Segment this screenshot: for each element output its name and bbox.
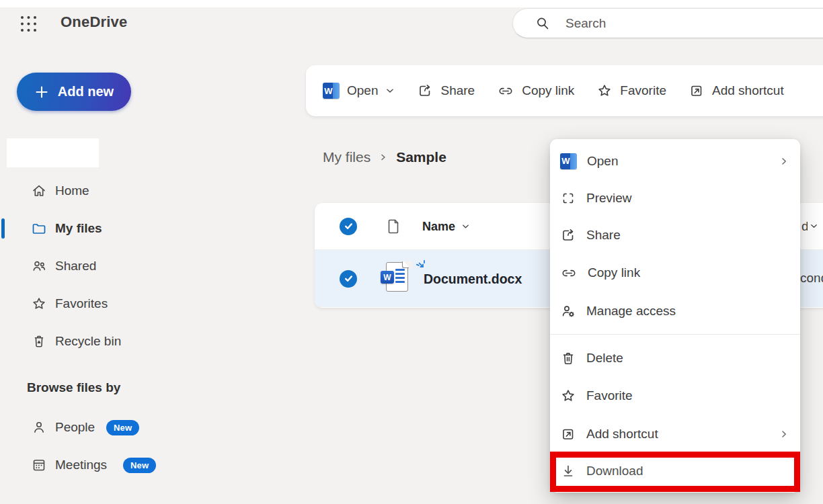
sidebar-nav: Home My files Shared [0, 172, 175, 360]
sidebar-item-favorites[interactable]: Favorites [0, 285, 175, 323]
manage-access-icon [560, 303, 576, 319]
home-icon [31, 183, 47, 199]
word-document-icon: W [381, 262, 409, 296]
copy-link-button[interactable]: Copy link [497, 83, 574, 99]
name-column-header[interactable]: Name [422, 219, 470, 233]
search-icon [535, 15, 551, 32]
add-new-label: Add new [58, 84, 114, 99]
plus-icon [34, 85, 49, 99]
favorite-label: Favorite [620, 83, 666, 98]
chevron-down-icon [461, 222, 470, 230]
sidebar-item-people[interactable]: People New [0, 409, 202, 446]
share-icon [417, 83, 433, 99]
search-placeholder: Search [565, 16, 606, 31]
recently-added-icon [416, 259, 428, 271]
add-shortcut-button[interactable]: Add shortcut [689, 83, 784, 99]
selected-indicator [1, 218, 5, 239]
sidebar-item-label: People [55, 420, 95, 435]
word-icon: W [323, 83, 340, 99]
preview-icon [560, 190, 576, 206]
app-title: OneDrive [61, 13, 127, 31]
breadcrumb-current: Sample [396, 149, 446, 165]
top-strip [0, 0, 823, 7]
sidebar-item-label: Shared [55, 259, 96, 274]
star-icon [596, 83, 613, 99]
favorite-button[interactable]: Favorite [596, 83, 666, 99]
chevron-down-icon [385, 86, 395, 95]
breadcrumb: My files Sample [323, 149, 446, 165]
redacted-user-label [7, 138, 99, 167]
link-icon [560, 265, 578, 281]
breadcrumb-my-files[interactable]: My files [323, 149, 370, 165]
menu-item-copy-link[interactable]: Copy link [550, 253, 800, 292]
menu-item-delete[interactable]: Delete [550, 339, 800, 377]
folder-icon [31, 220, 47, 237]
menu-item-open[interactable]: W Open [550, 142, 800, 179]
download-icon [560, 463, 576, 479]
waffle-icon [19, 15, 38, 33]
menu-item-share[interactable]: Share [550, 216, 800, 253]
add-shortcut-label: Add shortcut [712, 83, 784, 98]
new-badge: New [106, 420, 139, 435]
chevron-right-icon [779, 429, 789, 439]
clipped-column-header-text: d [801, 219, 808, 234]
add-shortcut-icon [689, 83, 705, 99]
document-column-icon [385, 218, 401, 235]
sidebar-item-label: My files [55, 221, 102, 236]
browse-files-by-list: People New Meetings New [0, 409, 202, 484]
menu-item-download[interactable]: Download [550, 457, 800, 485]
context-menu: W Open Preview Share [550, 139, 800, 493]
sidebar-item-label: Home [55, 183, 89, 198]
chevron-right-icon [779, 156, 789, 167]
menu-item-add-shortcut[interactable]: Add shortcut [550, 415, 800, 453]
star-icon [31, 296, 47, 312]
share-label: Share [440, 83, 475, 98]
recycle-bin-icon [31, 333, 47, 349]
file-name[interactable]: Document.docx [424, 271, 522, 286]
menu-item-favorite[interactable]: Favorite [550, 377, 800, 415]
select-all-checkbox[interactable] [340, 218, 357, 235]
sidebar-item-recycle-bin[interactable]: Recycle bin [0, 323, 175, 360]
word-icon: W [560, 153, 577, 169]
people-icon [31, 258, 47, 274]
menu-item-manage-access[interactable]: Manage access [550, 292, 800, 330]
browse-files-by-heading: Browse files by [27, 380, 120, 395]
share-icon [560, 227, 576, 243]
sidebar-item-label: Meetings [55, 458, 107, 472]
menu-divider [550, 334, 800, 335]
chevron-right-icon [379, 152, 388, 163]
name-column-label: Name [422, 219, 455, 233]
share-button[interactable]: Share [417, 83, 475, 99]
sidebar-item-shared[interactable]: Shared [0, 247, 175, 285]
copy-link-label: Copy link [522, 83, 574, 98]
calendar-icon [31, 457, 47, 473]
open-label: Open [347, 83, 378, 98]
onedrive-app: OneDrive Search Add new Home [0, 0, 823, 504]
sidebar-item-label: Recycle bin [55, 334, 121, 349]
app-launcher-button[interactable] [13, 9, 43, 38]
row-checkbox[interactable] [340, 270, 357, 288]
delete-icon [560, 350, 576, 366]
search-input[interactable]: Search [512, 8, 823, 38]
sidebar-item-my-files[interactable]: My files [0, 210, 175, 247]
open-button[interactable]: W Open [323, 83, 395, 99]
menu-item-preview[interactable]: Preview [550, 179, 800, 216]
person-icon [31, 419, 47, 435]
chevron-down-icon [810, 222, 818, 230]
selection-toolbar: W Open Share Copy link [306, 65, 823, 116]
add-new-button[interactable]: Add new [17, 73, 131, 111]
link-icon [497, 83, 514, 99]
clipped-modified-text: conds [800, 271, 823, 286]
sidebar-item-label: Favorites [55, 296, 108, 311]
add-shortcut-icon [560, 426, 576, 442]
sidebar-item-home[interactable]: Home [0, 172, 175, 210]
star-icon [560, 388, 576, 404]
new-badge: New [123, 458, 156, 473]
sidebar-item-meetings[interactable]: Meetings New [0, 446, 202, 484]
